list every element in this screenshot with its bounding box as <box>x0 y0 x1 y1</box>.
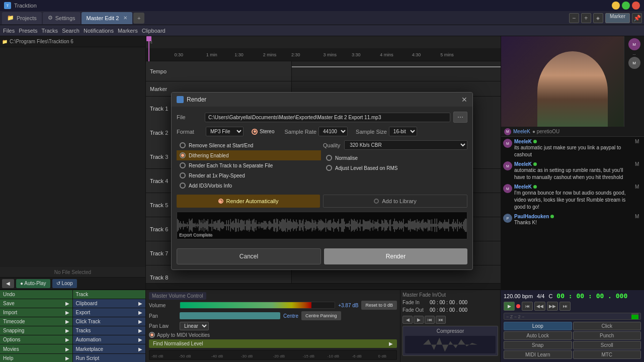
click-option-button[interactable]: Click <box>573 322 641 330</box>
centre-pan-button[interactable]: Centre Panning <box>301 311 341 320</box>
maximize-button[interactable] <box>622 2 630 10</box>
toolbar-tracks[interactable]: Tracks <box>42 28 58 34</box>
dialog-close-button[interactable]: ✕ <box>461 96 467 104</box>
toolbar-clipboard[interactable]: Clipboard <box>142 28 166 34</box>
option-render-1x[interactable]: Render at 1x Play-Speed <box>177 170 321 180</box>
render-1x-radio[interactable] <box>180 172 186 178</box>
file-browse-button[interactable]: ⋯ <box>453 112 467 123</box>
tab-master-edit[interactable]: Master Edit 2 ✕ <box>82 12 133 24</box>
end-button[interactable]: ⏭ <box>559 302 571 311</box>
fade-prev-button[interactable]: ◀ <box>403 316 413 324</box>
option-render-each[interactable]: Render Each Track to a Separate File <box>177 160 321 170</box>
stereo-radio[interactable] <box>252 129 258 135</box>
compressor-label: Compressor <box>405 328 496 334</box>
add-id3-radio[interactable] <box>180 183 186 189</box>
quality-select[interactable]: 320 Kb/s CBR 256 Kb/s CBR 192 Kb/s CBR <box>344 140 467 150</box>
svg-rect-181 <box>354 219 354 231</box>
mtc-button[interactable]: MTC <box>573 350 641 359</box>
option-add-id3[interactable]: Add ID3/Vorbis Info <box>177 180 321 191</box>
toolbar-presets[interactable]: Presets <box>19 28 37 34</box>
prev-button[interactable]: ◀ <box>2 279 14 288</box>
zoom-center-button[interactable]: ◈ <box>593 13 603 23</box>
marketplace-button[interactable]: Marketplace▶ <box>73 344 146 353</box>
normalise-radio[interactable] <box>326 155 332 161</box>
zoom-out-button[interactable]: − <box>569 13 579 23</box>
fade-next-button[interactable]: ▶ <box>414 316 424 324</box>
adjust-rms-radio[interactable] <box>326 165 332 171</box>
render-each-radio[interactable] <box>180 162 186 168</box>
svg-rect-205 <box>377 220 378 231</box>
click-track-button[interactable]: Click Track▶ <box>73 317 146 326</box>
add-to-library-button[interactable]: Add to Library <box>323 195 467 208</box>
fade-forward-button[interactable]: ⏭ <box>436 316 446 324</box>
rewind-button[interactable]: ⏮ <box>522 302 533 311</box>
dithering-label: Dithering Enabled <box>189 153 229 158</box>
option-adjust-rms[interactable]: Adjust Level Based on RMS <box>323 163 467 173</box>
option-remove-silence[interactable]: Remove Silence at Start/End <box>177 140 321 150</box>
option-dithering[interactable]: Dithering Enabled <box>177 150 321 160</box>
midi-learn-button[interactable]: MIDI Learn <box>504 350 572 359</box>
undo-button[interactable]: Undo <box>0 290 73 299</box>
automation-button[interactable]: Automation▶ <box>73 335 146 344</box>
marker-button[interactable]: Marker <box>605 13 630 23</box>
options-button[interactable]: Options▶ <box>0 335 73 344</box>
tab-add-button[interactable]: + <box>133 13 144 24</box>
clipboard-button[interactable]: Clipboard▶ <box>73 299 146 308</box>
apply-midi-radio[interactable] <box>149 332 155 338</box>
help-button[interactable]: Help▶ <box>0 353 73 362</box>
file-input[interactable] <box>205 113 450 122</box>
format-select[interactable]: MP3 File WAV File FLAC File <box>206 127 244 136</box>
fade-in-value: 00 : 00 : 00 . 000 <box>430 300 467 305</box>
track-button[interactable]: Track <box>73 290 146 299</box>
toolbar-markers[interactable]: Markers <box>118 28 138 34</box>
movies-button[interactable]: Movies▶ <box>0 344 73 353</box>
dithering-radio[interactable] <box>180 152 186 158</box>
tab-master-edit-close[interactable]: ✕ <box>123 15 127 21</box>
auto-lock-button[interactable]: Auto Lock <box>504 331 572 340</box>
render-automatically-button[interactable]: Render Automatically <box>177 195 320 208</box>
auto-play-button[interactable]: ● Auto-Play <box>16 279 50 288</box>
forward-button[interactable]: ▶▶ <box>547 302 558 311</box>
sample-rate-select[interactable]: 44100 48000 96000 <box>318 127 348 136</box>
svg-rect-253 <box>425 222 425 229</box>
timecode-button[interactable]: Timecode▶ <box>0 317 73 326</box>
pan-bar[interactable] <box>180 312 280 319</box>
punch-button[interactable]: Punch <box>573 331 641 340</box>
run-script-button[interactable]: Run Script <box>73 353 146 362</box>
close-button[interactable] <box>632 2 640 10</box>
loop-option-button[interactable]: Loop <box>504 322 572 330</box>
toolbar-search[interactable]: Search <box>62 28 79 34</box>
reset-volume-button[interactable]: Reset to 0 dB <box>361 301 397 310</box>
volume-bar[interactable] <box>180 302 335 309</box>
pin-button[interactable]: 📌 <box>632 13 642 23</box>
option-normalise[interactable]: Normalise <box>323 153 467 163</box>
avatar-2: M <box>503 161 512 170</box>
scroll-button[interactable]: Scroll <box>573 341 641 349</box>
play-button[interactable]: ▶ <box>504 302 515 311</box>
cancel-button[interactable]: Cancel <box>177 248 321 264</box>
tab-settings[interactable]: ⚙ Settings <box>43 12 80 24</box>
save-button[interactable]: Save▶ <box>0 299 73 308</box>
fade-rewind-button[interactable]: ⏮ <box>425 316 435 324</box>
loop-button[interactable]: ↺ Loop <box>52 279 77 288</box>
back-button[interactable]: ◀◀ <box>534 302 545 311</box>
minimize-button[interactable] <box>612 2 620 10</box>
svg-rect-60 <box>235 219 235 232</box>
snapping-button[interactable]: Snapping▶ <box>0 326 73 335</box>
tracks-button[interactable]: Tracks▶ <box>73 326 146 335</box>
pan-law-select[interactable]: Linear <box>180 322 209 330</box>
import-button[interactable]: Import▶ <box>0 308 73 317</box>
snap-button[interactable]: Snap <box>504 341 572 349</box>
render-button[interactable]: Render <box>324 248 467 264</box>
horizontal-scrollbar[interactable] <box>146 283 501 289</box>
find-normalized-button[interactable]: Find Normalised Level ▶ <box>149 339 397 348</box>
zoom-in-button[interactable]: + <box>581 13 591 23</box>
toolbar-files[interactable]: Files <box>3 28 15 34</box>
svg-rect-30 <box>206 220 206 230</box>
export-button[interactable]: Export▶ <box>73 308 146 317</box>
tab-projects[interactable]: 📁 Projects <box>2 12 42 24</box>
toolbar-notifications[interactable]: Notifications <box>84 28 114 34</box>
sample-size-select[interactable]: 16-bit 24-bit 32-bit <box>389 127 417 136</box>
remove-silence-radio[interactable] <box>180 142 186 148</box>
svg-rect-72 <box>247 220 248 231</box>
